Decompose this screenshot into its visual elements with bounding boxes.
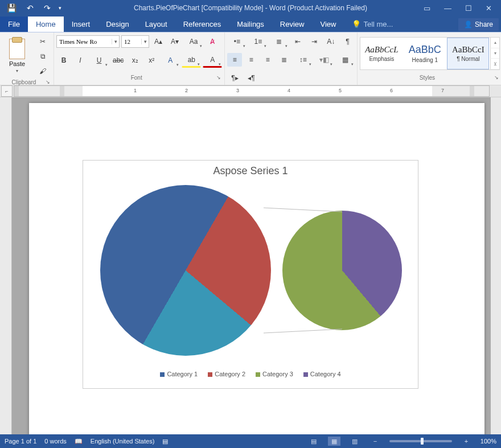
highlight-icon[interactable]: ab xyxy=(182,53,201,68)
tab-design[interactable]: Design xyxy=(98,17,137,32)
cut-icon[interactable]: ✂ xyxy=(35,35,50,48)
style-gallery-scroll[interactable]: ▴ ▾ ⊻ xyxy=(490,38,499,69)
page-indicator[interactable]: Page 1 of 1 xyxy=(5,438,36,445)
ruler-scale[interactable]: 1 2 3 4 5 6 7 xyxy=(14,85,490,97)
subscript-button[interactable]: x₂ xyxy=(128,54,142,67)
read-mode-icon[interactable]: ▤ xyxy=(307,437,320,446)
share-button[interactable]: 👤 Share xyxy=(458,18,499,31)
page[interactable]: Aspose Series 1 Category 1 Category 2 Ca… xyxy=(29,103,484,434)
zoom-slider[interactable] xyxy=(389,440,452,442)
tab-home[interactable]: Home xyxy=(28,17,64,32)
tab-mailings[interactable]: Mailings xyxy=(229,17,272,32)
chevron-down-icon[interactable]: ▾ xyxy=(141,39,149,44)
group-clipboard: Paste ▾ ✂ ⧉ 🖌 Clipboard↘ xyxy=(0,32,54,85)
vertical-scrollbar[interactable] xyxy=(491,97,501,434)
chevron-down-icon[interactable]: ▾ xyxy=(112,39,119,44)
font-name-combo[interactable]: ▾ xyxy=(56,35,120,48)
share-icon: 👤 xyxy=(464,20,473,28)
zoom-out-icon[interactable]: − xyxy=(369,437,381,446)
ltr-icon[interactable]: ¶▸ xyxy=(227,71,242,85)
minimize-icon[interactable]: ― xyxy=(444,4,451,13)
font-size-input[interactable] xyxy=(122,38,141,45)
underline-button[interactable]: U xyxy=(89,54,109,67)
dialog-launcher-icon[interactable]: ↘ xyxy=(46,79,50,85)
tab-insert[interactable]: Insert xyxy=(64,17,98,32)
multilevel-list-icon[interactable]: ≣ xyxy=(269,35,289,48)
style-gallery[interactable]: AaBbCcL Emphasis AaBbC Heading 1 AaBbCcI… xyxy=(360,37,500,70)
tab-view[interactable]: View xyxy=(312,17,344,32)
numbering-icon[interactable]: 1≡ xyxy=(248,35,268,48)
chart-object[interactable]: Aspose Series 1 Category 1 Category 2 Ca… xyxy=(83,160,418,389)
tab-review[interactable]: Review xyxy=(272,17,313,32)
decrease-indent-icon[interactable]: ⇤ xyxy=(290,35,305,48)
sort-icon[interactable]: A↓ xyxy=(323,35,338,48)
macro-icon[interactable]: ▤ xyxy=(162,438,168,445)
legend-item: Category 3 xyxy=(256,371,293,377)
style-emphasis[interactable]: AaBbCcL Emphasis xyxy=(360,38,403,69)
borders-icon[interactable]: ▦ xyxy=(335,53,355,67)
document-canvas[interactable]: Aspose Series 1 Category 1 Category 2 Ca… xyxy=(12,97,491,434)
redo-icon[interactable]: ↷ xyxy=(42,2,53,14)
font-size-combo[interactable]: ▾ xyxy=(121,35,149,48)
font-color-icon[interactable]: A xyxy=(203,53,222,68)
save-icon[interactable]: 💾 xyxy=(5,2,19,14)
show-marks-icon[interactable]: ¶ xyxy=(340,35,355,48)
horizontal-ruler[interactable]: ⌐ 1 2 3 4 5 6 7 xyxy=(0,85,501,97)
shading-icon[interactable]: ▾◧ xyxy=(314,53,334,67)
tab-file[interactable]: File xyxy=(0,17,28,32)
increase-indent-icon[interactable]: ⇥ xyxy=(307,35,322,48)
maximize-icon[interactable]: ☐ xyxy=(465,4,472,13)
chart-title: Aspose Series 1 xyxy=(83,161,418,179)
superscript-button[interactable]: x² xyxy=(144,54,159,67)
tab-references[interactable]: References xyxy=(175,17,229,32)
style-name: Heading 1 xyxy=(412,57,438,63)
rtl-icon[interactable]: ◂¶ xyxy=(244,71,258,85)
lightbulb-icon: 💡 xyxy=(352,20,361,28)
word-count[interactable]: 0 words xyxy=(44,438,67,445)
qat-dropdown-icon[interactable]: ▾ xyxy=(59,5,61,11)
ribbon-options-icon[interactable]: ▭ xyxy=(424,4,430,13)
style-heading1[interactable]: AaBbC Heading 1 xyxy=(404,38,446,69)
strikethrough-button[interactable]: abc xyxy=(110,54,126,67)
paste-button[interactable]: Paste ▾ xyxy=(2,34,32,78)
close-icon[interactable]: ✕ xyxy=(486,4,492,13)
language-indicator[interactable]: English (United States) xyxy=(91,438,155,445)
tab-layout[interactable]: Layout xyxy=(137,17,175,32)
bullets-icon[interactable]: •≡ xyxy=(227,35,247,48)
style-preview: AaBbCcI xyxy=(452,45,484,55)
clear-formatting-icon[interactable]: A̷ xyxy=(205,35,220,48)
style-normal[interactable]: AaBbCcI ¶ Normal xyxy=(447,38,489,69)
group-paragraph: •≡ 1≡ ≣ ⇤ ⇥ A↓ ¶ ≡ ≡ ≡ ≣ ↕≡ ▾◧ ▦ xyxy=(225,32,358,85)
print-layout-icon[interactable]: ▦ xyxy=(328,437,340,446)
zoom-level[interactable]: 100% xyxy=(481,438,496,445)
line-spacing-icon[interactable]: ↕≡ xyxy=(293,53,313,67)
grow-font-icon[interactable]: A▴ xyxy=(151,35,166,48)
expand-gallery-icon[interactable]: ⊻ xyxy=(490,59,499,69)
change-case-icon[interactable]: Aa xyxy=(184,35,203,48)
web-layout-icon[interactable]: ▥ xyxy=(348,437,361,446)
dialog-launcher-icon[interactable]: ↘ xyxy=(216,75,221,80)
title-bar: 💾 ↶ ↷ ▾ Charts.PieOfPieChart [Compatibil… xyxy=(0,0,501,16)
align-center-icon[interactable]: ≡ xyxy=(244,53,258,67)
text-effects-icon[interactable]: A xyxy=(161,54,180,67)
justify-icon[interactable]: ≣ xyxy=(277,53,291,67)
legend-item: Category 2 xyxy=(208,371,245,377)
zoom-in-icon[interactable]: + xyxy=(460,437,473,446)
italic-button[interactable]: I xyxy=(73,54,88,67)
align-left-icon[interactable]: ≡ xyxy=(227,53,242,67)
shrink-font-icon[interactable]: A▾ xyxy=(167,35,182,48)
spellcheck-icon[interactable]: 📖 xyxy=(75,438,83,445)
bold-button[interactable]: B xyxy=(56,54,71,67)
style-name: ¶ Normal xyxy=(457,56,479,62)
format-painter-icon[interactable]: 🖌 xyxy=(35,64,50,78)
vertical-ruler[interactable] xyxy=(0,97,12,434)
align-right-icon[interactable]: ≡ xyxy=(260,53,275,67)
copy-icon[interactable]: ⧉ xyxy=(35,50,50,63)
dialog-launcher-icon[interactable]: ↘ xyxy=(494,75,499,80)
chevron-up-icon[interactable]: ▴ xyxy=(490,38,499,48)
undo-icon[interactable]: ↶ xyxy=(24,2,36,14)
tab-selector-icon[interactable]: ⌐ xyxy=(1,85,13,97)
font-name-input[interactable] xyxy=(57,38,112,45)
chevron-down-icon[interactable]: ▾ xyxy=(490,48,499,59)
tell-me-search[interactable]: 💡 Tell me... xyxy=(344,17,401,32)
